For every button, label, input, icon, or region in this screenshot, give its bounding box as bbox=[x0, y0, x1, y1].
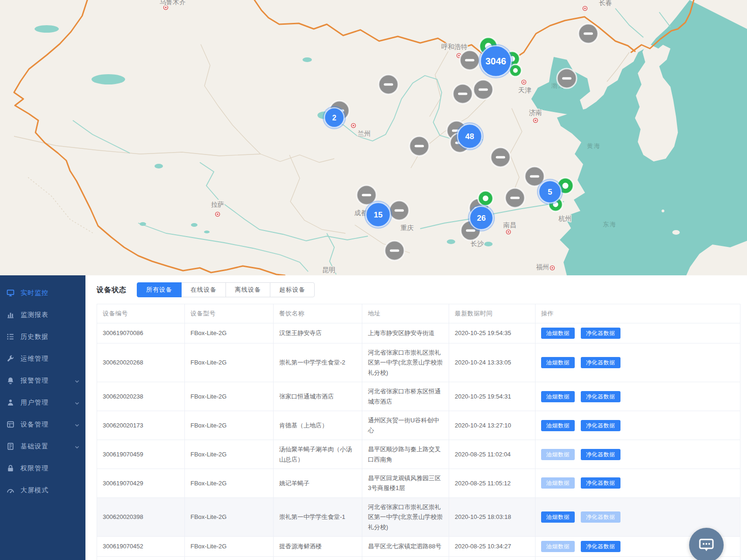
latest-data-time-cell: 2020-10-25 18:03:18 bbox=[449, 497, 536, 536]
actions-cell: 油烟数据净化器数据 bbox=[536, 411, 740, 440]
sidebar-item-monitor-report[interactable]: 监测报表 bbox=[0, 304, 85, 326]
device-model-cell: FBox-Lite-2G bbox=[185, 382, 274, 411]
oil-smoke-data-button[interactable]: 油烟数据 bbox=[541, 541, 575, 552]
sidebar-item-history-data[interactable]: 历史数据 bbox=[0, 326, 85, 348]
device-id-cell: 300619070086 bbox=[97, 323, 185, 343]
offline-cluster-marker[interactable] bbox=[389, 201, 409, 220]
table-row: 300619070459FBox-Lite-2G汤仙聚羊蝎子涮羊肉（小汤山总店）… bbox=[97, 440, 740, 469]
oil-smoke-data-button[interactable]: 油烟数据 bbox=[541, 328, 575, 339]
city-dot-center bbox=[458, 55, 460, 56]
purifier-data-button[interactable]: 净化器数据 bbox=[581, 357, 620, 368]
oil-smoke-data-button[interactable]: 油烟数据 bbox=[541, 420, 575, 431]
user-icon bbox=[7, 399, 14, 406]
device-cluster-marker[interactable]: 26 bbox=[468, 204, 495, 231]
minus-icon bbox=[395, 210, 404, 212]
purifier-data-button[interactable]: 净化器数据 bbox=[581, 449, 620, 460]
restaurant-name-cell: 提香源海鲜酒楼 bbox=[274, 537, 362, 557]
city-dot-center bbox=[535, 119, 536, 121]
device-icon bbox=[7, 420, 14, 428]
address-cell: 河北省张家口市崇礼区崇礼区第一中学(北京景山学校崇礼分校) bbox=[362, 497, 449, 536]
minus-icon bbox=[390, 250, 399, 252]
offline-cluster-marker[interactable] bbox=[453, 84, 472, 104]
wrench-icon bbox=[7, 355, 14, 363]
tab-offline-devices[interactable]: 离线设备 bbox=[226, 282, 270, 297]
purifier-data-button[interactable]: 净化器数据 bbox=[581, 541, 620, 552]
city-name: 拉萨 bbox=[211, 201, 224, 208]
oil-smoke-data-button[interactable]: 油烟数据 bbox=[541, 477, 575, 489]
city-name: 昆明 bbox=[322, 266, 335, 273]
city-dot-center bbox=[523, 81, 525, 83]
purifier-data-button[interactable]: 净化器数据 bbox=[581, 477, 620, 489]
purifier-data-button[interactable]: 净化器数据 bbox=[581, 328, 620, 339]
oil-smoke-data-button[interactable]: 油烟数据 bbox=[541, 391, 575, 402]
sidebar-item-label: 基础设置 bbox=[21, 442, 74, 451]
tab-online-devices[interactable]: 在线设备 bbox=[181, 282, 226, 297]
sidebar-item-big-screen-mode[interactable]: 大屏模式 bbox=[0, 479, 85, 501]
minus-icon bbox=[584, 33, 593, 35]
cluster-count: 5 bbox=[548, 188, 552, 196]
list-icon bbox=[7, 333, 14, 341]
device-id-cell: 300619070459 bbox=[97, 440, 185, 469]
device-cluster-marker[interactable]: 2 bbox=[323, 106, 346, 129]
sidebar-item-device-management[interactable]: 设备管理 bbox=[0, 413, 85, 435]
monitor-icon bbox=[7, 289, 14, 297]
device-id-cell: 300620020268 bbox=[97, 343, 185, 382]
device-id-cell: 300620020398 bbox=[97, 497, 185, 536]
tab-exceed-devices[interactable]: 超标设备 bbox=[270, 282, 315, 297]
offline-cluster-marker[interactable] bbox=[557, 69, 577, 88]
latest-data-time-cell: 2020-10-16 13:31:39 bbox=[449, 557, 536, 560]
offline-cluster-marker[interactable] bbox=[505, 188, 525, 208]
china-map[interactable]: 乌鲁木齐长春呼和浩特天津济南兰州拉萨成都重庆昆明长沙南昌杭州福州渤海黄海东海 3… bbox=[0, 0, 747, 275]
offline-cluster-marker[interactable] bbox=[385, 241, 404, 260]
table-col-header-1: 设备型号 bbox=[185, 304, 274, 323]
chat-bubble-icon bbox=[697, 536, 716, 554]
device-cluster-marker[interactable]: 5 bbox=[537, 179, 563, 205]
purifier-data-button[interactable]: 净化器数据 bbox=[581, 391, 620, 402]
minus-icon bbox=[415, 145, 424, 147]
bell-icon bbox=[7, 377, 14, 385]
latest-data-time-cell: 2020-08-25 11:02:04 bbox=[449, 440, 536, 469]
minus-icon bbox=[466, 230, 475, 232]
latest-data-time-cell: 2020-08-25 11:05:12 bbox=[449, 469, 536, 497]
chat-button[interactable] bbox=[689, 528, 724, 560]
restaurant-name-cell: 汤仙聚羊蝎子涮羊肉（小汤山总店） bbox=[274, 440, 362, 469]
offline-cluster-marker[interactable] bbox=[473, 80, 493, 99]
purifier-data-button[interactable]: 净化器数据 bbox=[581, 420, 620, 431]
minus-icon bbox=[479, 89, 488, 91]
device-cluster-marker[interactable]: 48 bbox=[456, 122, 484, 150]
offline-cluster-marker[interactable] bbox=[491, 147, 510, 167]
tab-all-devices[interactable]: 所有设备 bbox=[137, 282, 182, 297]
address-cell: 昌平区顺沙路与秦上路交叉口西南角 bbox=[362, 440, 449, 469]
device-status-tabs: 所有设备在线设备离线设备超标设备 bbox=[137, 282, 315, 297]
online-cluster-marker[interactable] bbox=[478, 191, 493, 206]
city-dot-center bbox=[165, 7, 167, 8]
oil-smoke-data-button[interactable]: 油烟数据 bbox=[541, 449, 575, 460]
city-name: 长春 bbox=[599, 0, 612, 7]
sidebar-item-alarm-management[interactable]: 报警管理 bbox=[0, 370, 85, 392]
oil-smoke-data-button[interactable]: 油烟数据 bbox=[541, 511, 575, 523]
purifier-data-button[interactable]: 净化器数据 bbox=[581, 511, 620, 523]
city-name: 天津 bbox=[518, 86, 531, 94]
city-dot-center bbox=[507, 231, 509, 233]
sidebar-nav: 实时监控监测报表历史数据运维管理报警管理用户管理设备管理基础设置权限管理大屏模式 bbox=[0, 275, 85, 501]
latest-data-time-cell: 2020-10-24 13:27:10 bbox=[449, 411, 536, 440]
device-status-bar: 设备状态 所有设备在线设备离线设备超标设备 bbox=[85, 275, 747, 303]
cluster-count: 3046 bbox=[486, 56, 507, 66]
sidebar-item-user-management[interactable]: 用户管理 bbox=[0, 392, 85, 413]
device-cluster-marker[interactable]: 15 bbox=[364, 201, 392, 229]
device-model-cell: FBox-Lite-2G bbox=[185, 557, 274, 560]
device-cluster-marker[interactable]: 3046 bbox=[479, 44, 513, 78]
offline-cluster-marker[interactable] bbox=[409, 136, 429, 156]
sidebar-item-ops-management[interactable]: 运维管理 bbox=[0, 348, 85, 370]
sidebar-item-realtime-monitor[interactable]: 实时监控 bbox=[0, 282, 85, 304]
gauge-icon bbox=[7, 486, 14, 494]
oil-smoke-data-button[interactable]: 油烟数据 bbox=[541, 357, 575, 368]
sidebar-item-permission-management[interactable]: 权限管理 bbox=[0, 457, 85, 479]
city-label: 昆明 bbox=[322, 266, 335, 273]
chevron-down-icon bbox=[74, 378, 80, 384]
sidebar-item-basic-settings[interactable]: 基础设置 bbox=[0, 435, 85, 457]
restaurant-name-cell: 汉堡王静安寺店 bbox=[274, 323, 362, 343]
offline-cluster-marker[interactable] bbox=[460, 50, 479, 70]
offline-cluster-marker[interactable] bbox=[379, 75, 398, 94]
offline-cluster-marker[interactable] bbox=[578, 24, 598, 43]
